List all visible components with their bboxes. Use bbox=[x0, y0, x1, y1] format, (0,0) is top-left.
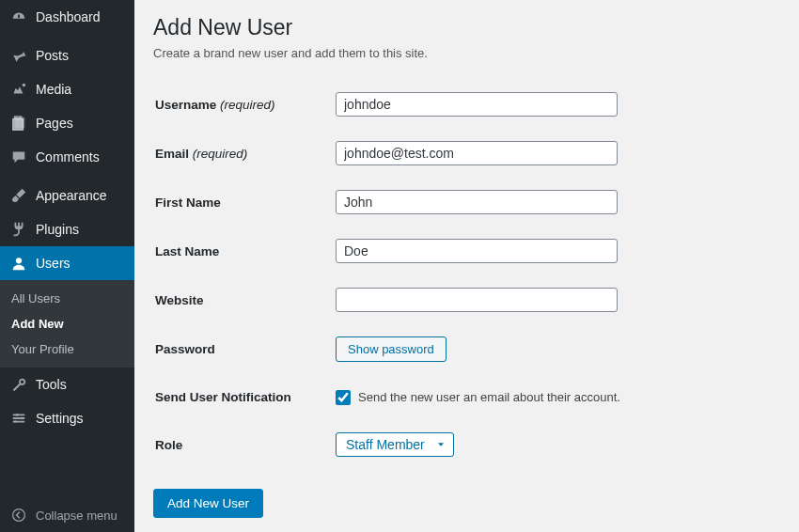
svg-point-4 bbox=[21, 417, 24, 420]
collapse-icon bbox=[9, 506, 28, 524]
sidebar-item-pages[interactable]: Pages bbox=[0, 106, 134, 140]
svg-point-3 bbox=[16, 414, 19, 416]
svg-point-2 bbox=[16, 258, 22, 263]
sidebar-label: Dashboard bbox=[36, 9, 101, 24]
notification-checkbox-wrap[interactable]: Send the new user an email about their a… bbox=[336, 390, 778, 405]
submenu-add-new[interactable]: Add New bbox=[0, 311, 134, 336]
email-input[interactable] bbox=[336, 141, 618, 165]
user-form: Username (required) Email (required) Fir… bbox=[153, 79, 780, 470]
main-content: Add New User Create a brand new user and… bbox=[134, 0, 799, 532]
sliders-icon bbox=[9, 409, 28, 428]
collapse-label: Collapse menu bbox=[36, 509, 118, 523]
last-name-label: Last Name bbox=[155, 227, 334, 274]
brush-icon bbox=[9, 186, 28, 205]
sidebar-item-comments[interactable]: Comments bbox=[0, 140, 134, 174]
sidebar-item-dashboard[interactable]: Dashboard bbox=[0, 0, 134, 34]
notification-label: Send User Notification bbox=[155, 375, 334, 419]
sidebar-item-tools[interactable]: Tools bbox=[0, 368, 134, 401]
submit-button[interactable]: Add New User bbox=[153, 489, 263, 518]
website-input[interactable] bbox=[336, 288, 618, 312]
show-password-button[interactable]: Show password bbox=[336, 336, 446, 362]
users-submenu: All Users Add New Your Profile bbox=[0, 280, 134, 368]
svg-rect-1 bbox=[15, 117, 25, 129]
sidebar-item-appearance[interactable]: Appearance bbox=[0, 179, 134, 212]
sidebar-label: Users bbox=[36, 256, 70, 271]
role-label: Role bbox=[155, 421, 334, 468]
password-label: Password bbox=[155, 325, 334, 373]
media-icon bbox=[9, 80, 28, 99]
username-label: Username (required) bbox=[155, 81, 334, 128]
wrench-icon bbox=[9, 375, 28, 394]
email-label: Email (required) bbox=[155, 130, 334, 177]
sidebar-label: Settings bbox=[36, 411, 84, 426]
sidebar-label: Media bbox=[36, 82, 71, 97]
sidebar-item-plugins[interactable]: Plugins bbox=[0, 212, 134, 246]
admin-sidebar: Dashboard Posts Media Pages Comments App… bbox=[0, 0, 134, 532]
svg-point-6 bbox=[13, 509, 25, 522]
role-select[interactable]: Staff Member bbox=[336, 432, 454, 457]
notification-description: Send the new user an email about their a… bbox=[358, 390, 620, 404]
sidebar-label: Pages bbox=[36, 116, 73, 131]
comment-icon bbox=[9, 148, 28, 166]
sidebar-label: Appearance bbox=[36, 188, 107, 203]
sidebar-label: Posts bbox=[36, 48, 69, 63]
sidebar-label: Comments bbox=[36, 149, 100, 164]
sidebar-item-posts[interactable]: Posts bbox=[0, 39, 134, 72]
pin-icon bbox=[9, 46, 28, 65]
submenu-all-users[interactable]: All Users bbox=[0, 286, 134, 311]
website-label: Website bbox=[155, 276, 334, 323]
collapse-menu[interactable]: Collapse menu bbox=[0, 498, 134, 532]
page-title: Add New User bbox=[153, 15, 780, 40]
sidebar-label: Plugins bbox=[36, 222, 79, 237]
sidebar-item-media[interactable]: Media bbox=[0, 72, 134, 106]
sidebar-item-users[interactable]: Users bbox=[0, 246, 134, 280]
svg-point-5 bbox=[14, 420, 17, 423]
user-icon bbox=[9, 254, 28, 273]
notification-checkbox[interactable] bbox=[336, 390, 351, 405]
first-name-input[interactable] bbox=[336, 190, 618, 214]
pages-icon bbox=[9, 114, 28, 133]
first-name-label: First Name bbox=[155, 179, 334, 226]
page-subheading: Create a brand new user and add them to … bbox=[153, 46, 780, 60]
sidebar-label: Tools bbox=[36, 377, 67, 392]
username-input[interactable] bbox=[336, 92, 618, 117]
last-name-input[interactable] bbox=[336, 239, 618, 263]
submenu-your-profile[interactable]: Your Profile bbox=[0, 336, 134, 362]
plug-icon bbox=[9, 220, 28, 239]
sidebar-item-settings[interactable]: Settings bbox=[0, 401, 134, 435]
dashboard-icon bbox=[9, 8, 28, 26]
